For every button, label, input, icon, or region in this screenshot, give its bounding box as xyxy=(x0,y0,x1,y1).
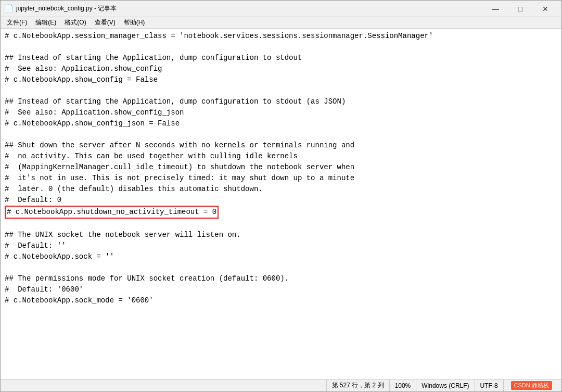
menu-help[interactable]: 帮助(H) xyxy=(120,17,149,28)
maximize-button[interactable]: □ xyxy=(508,1,532,17)
main-window: 📄 jupyter_notebook_config.py - 记事本 — □ ✕… xyxy=(0,0,562,392)
menu-bar: 文件(F) 编辑(E) 格式(O) 查看(V) 帮助(H) xyxy=(1,17,561,29)
window-title: jupyter_notebook_config.py - 记事本 xyxy=(16,4,483,13)
code-line: # c.NotebookApp.sock_mode = '0600' xyxy=(5,295,557,306)
code-line: # later. 0 (the default) disables this a… xyxy=(5,184,557,195)
code-line: ## The permissions mode for UNIX socket … xyxy=(5,273,557,284)
menu-file[interactable]: 文件(F) xyxy=(3,17,31,28)
code-line xyxy=(5,129,557,140)
close-button[interactable]: ✕ xyxy=(533,1,557,17)
csdn-info: CSDN @精栈 xyxy=(503,380,557,391)
code-line: ## The UNIX socket the notebook server w… xyxy=(5,230,557,241)
code-line xyxy=(5,262,557,273)
code-line: ## Shut down the server after N seconds … xyxy=(5,140,557,151)
code-line: # Default: '0600' xyxy=(5,284,557,295)
code-line: # (MappingKernelManager.cull_idle_timeou… xyxy=(5,162,557,173)
code-line: # c.NotebookApp.show_config_json = False xyxy=(5,118,557,129)
app-icon: 📄 xyxy=(5,5,13,13)
code-line: ## Instead of starting the Application, … xyxy=(5,96,557,107)
window-controls: — □ ✕ xyxy=(483,1,557,17)
code-line: # c.NotebookApp.session_manager_class = … xyxy=(5,31,557,42)
editor-area: # c.NotebookApp.session_manager_class = … xyxy=(1,29,561,379)
encoding: UTF-8 xyxy=(475,380,503,391)
zoom-level: 100% xyxy=(389,380,416,391)
code-line: # Default: 0 xyxy=(5,195,557,206)
code-line xyxy=(5,42,557,53)
cursor-position: 第 527 行，第 2 列 xyxy=(326,380,389,391)
code-line: # See also: Application.show_config_json xyxy=(5,107,557,118)
code-line xyxy=(5,219,557,230)
highlighted-code-line: # c.NotebookApp.shutdown_no_activity_tim… xyxy=(5,206,219,219)
code-editor[interactable]: # c.NotebookApp.session_manager_class = … xyxy=(1,29,561,379)
code-line: ## Instead of starting the Application, … xyxy=(5,53,557,64)
code-line: # no activity. This can be used together… xyxy=(5,151,557,162)
code-line: # c.NotebookApp.shutdown_no_activity_tim… xyxy=(5,206,557,219)
menu-view[interactable]: 查看(V) xyxy=(91,17,120,28)
code-line: # c.NotebookApp.sock = '' xyxy=(5,251,557,262)
code-line: # c.NotebookApp.show_config = False xyxy=(5,74,557,85)
code-line: # it's not in use. This is not precisely… xyxy=(5,173,557,184)
code-line: # See also: Application.show_config xyxy=(5,64,557,74)
status-bar: 第 527 行，第 2 列 100% Windows (CRLF) UTF-8 … xyxy=(1,379,561,391)
code-line: # Default: '' xyxy=(5,241,557,251)
line-ending: Windows (CRLF) xyxy=(416,380,474,391)
minimize-button[interactable]: — xyxy=(483,1,507,17)
csdn-badge: CSDN @精栈 xyxy=(511,381,552,390)
title-bar: 📄 jupyter_notebook_config.py - 记事本 — □ ✕ xyxy=(1,1,561,17)
menu-edit[interactable]: 编辑(E) xyxy=(31,17,60,28)
code-line xyxy=(5,85,557,96)
menu-format[interactable]: 格式(O) xyxy=(60,17,90,28)
